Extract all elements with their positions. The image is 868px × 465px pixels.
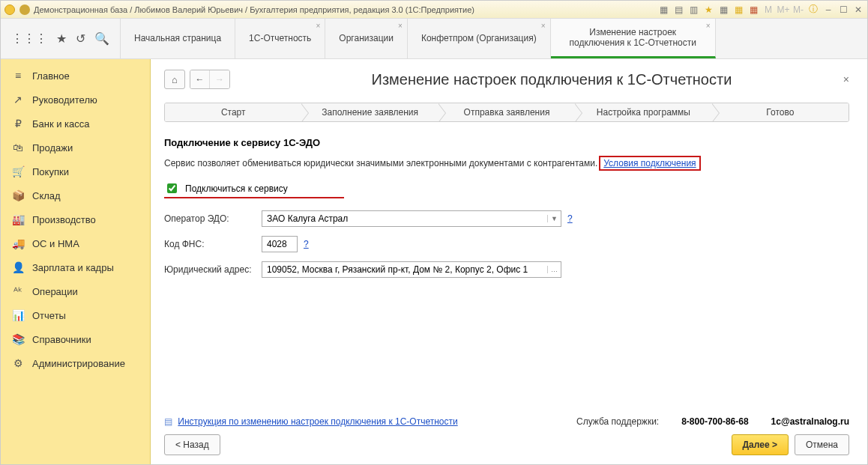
calculator-icon[interactable]: ▦ — [732, 4, 744, 16]
support-label: Служба поддержки: — [576, 416, 659, 427]
page-close-icon[interactable]: × — [843, 73, 849, 85]
connect-checkbox[interactable] — [167, 183, 177, 193]
m-minus-icon[interactable]: M- — [792, 4, 804, 16]
calendar-icon[interactable]: ▦ — [747, 4, 759, 16]
sidebar-item-production[interactable]: 🏭Производство — [1, 207, 150, 231]
sidebar-item-main[interactable]: ≡Главное — [1, 64, 150, 88]
wiz-step-done[interactable]: Готово — [712, 103, 849, 121]
support-phone: 8-800-700-86-68 — [681, 416, 748, 427]
minimize-icon[interactable]: – — [822, 4, 834, 16]
search-icon[interactable]: 🔍 — [94, 31, 109, 46]
help-link[interactable]: ? — [567, 213, 573, 224]
document-icon: ▤ — [164, 416, 172, 427]
address-input[interactable] — [262, 262, 547, 277]
tab-home[interactable]: Начальная страница — [121, 19, 235, 58]
sidebar-item-label: Склад — [32, 190, 61, 201]
sidebar-item-label: Руководителю — [32, 94, 97, 106]
maximize-icon[interactable]: ☐ — [837, 4, 849, 16]
sidebar-item-label: Продажи — [32, 142, 73, 154]
sidebar-item-label: Зарплата и кадры — [32, 262, 114, 273]
wiz-step-send[interactable]: Отправка заявления — [438, 103, 575, 121]
wizard-steps: Старт Заполнение заявления Отправка заяв… — [164, 103, 849, 122]
terms-link-highlight: Условия подключения — [599, 156, 700, 171]
instruction-link[interactable]: Инструкция по изменению настроек подключ… — [178, 416, 457, 427]
next-button[interactable]: Далее > — [732, 434, 789, 455]
dropdown-icon[interactable] — [19, 4, 31, 16]
bag-icon: 🛍 — [11, 142, 25, 154]
person-icon: 👤 — [11, 261, 25, 273]
section-title: Подключение к сервису 1С-ЭДО — [164, 137, 849, 148]
chart-icon: ↗ — [11, 94, 25, 106]
nav-back-forward: ← → — [190, 70, 230, 89]
tb-tool-icon[interactable]: ▦ — [657, 4, 669, 16]
sidebar-item-operations[interactable]: ᴬᵏОперации — [1, 279, 150, 303]
wiz-step-start[interactable]: Старт — [165, 103, 301, 121]
sidebar-item-assets[interactable]: 🚚ОС и НМА — [1, 231, 150, 255]
fns-input-wrap — [262, 236, 298, 252]
back-button[interactable]: < Назад — [164, 434, 220, 455]
sidebar-item-purchases[interactable]: 🛒Покупки — [1, 159, 150, 183]
address-combo[interactable]: … — [262, 261, 561, 278]
tab-organizations[interactable]: Организации× — [325, 19, 408, 58]
star-icon[interactable]: ★ — [56, 31, 67, 46]
sidebar-item-refs[interactable]: 📚Справочники — [1, 327, 150, 351]
sidebar-item-admin[interactable]: ⚙Администрирование — [1, 351, 150, 375]
ruble-icon: ₽ — [11, 118, 25, 130]
truck-icon: 🚚 — [11, 237, 25, 249]
apps-icon[interactable]: ⋮⋮⋮ — [11, 31, 47, 46]
tb-tool-icon[interactable]: ▥ — [687, 4, 699, 16]
highlight-underline — [164, 197, 344, 198]
sidebar-item-label: Администрирование — [32, 358, 125, 369]
tab-reporting[interactable]: 1С-Отчетность× — [235, 19, 325, 58]
close-icon[interactable]: ✕ — [852, 4, 864, 16]
titlebar: Демонстрационная база / Любимов Валерий … — [1, 1, 867, 19]
fns-input[interactable] — [262, 237, 295, 252]
tab-close-icon[interactable]: × — [316, 22, 321, 31]
terms-link[interactable]: Условия подключения — [603, 158, 696, 168]
books-icon: 📚 — [11, 333, 25, 345]
m-plus-icon[interactable]: M+ — [777, 4, 789, 16]
home-button[interactable]: ⌂ — [164, 70, 185, 89]
sidebar-item-manager[interactable]: ↗Руководителю — [1, 88, 150, 112]
operator-input[interactable] — [262, 211, 547, 226]
wiz-step-setup[interactable]: Настройка программы — [575, 103, 711, 121]
app-icon-1c — [4, 4, 16, 16]
sidebar-item-reports[interactable]: 📊Отчеты — [1, 303, 150, 327]
cancel-button[interactable]: Отмена — [795, 434, 849, 455]
nav-forward-button[interactable]: → — [210, 70, 229, 88]
tab-connection-settings[interactable]: Изменение настроек подключения к 1С-Отче… — [551, 19, 716, 58]
sidebar-item-label: Производство — [32, 214, 96, 225]
sidebar-item-bank[interactable]: ₽Банк и касса — [1, 112, 150, 136]
tab-konfetprom[interactable]: Конфетпром (Организация)× — [408, 19, 551, 58]
box-icon: 📦 — [11, 189, 25, 201]
sidebar-item-warehouse[interactable]: 📦Склад — [1, 183, 150, 207]
address-label: Юридический адрес: — [164, 264, 262, 275]
favorite-icon[interactable]: ★ — [702, 4, 714, 16]
sidebar: ≡Главное ↗Руководителю ₽Банк и касса 🛍Пр… — [1, 59, 151, 465]
titlebar-text: Демонстрационная база / Любимов Валерий … — [34, 5, 474, 14]
tab-close-icon[interactable]: × — [706, 22, 711, 31]
sidebar-item-label: Главное — [32, 70, 70, 82]
sidebar-item-label: Покупки — [32, 166, 69, 177]
operator-combo[interactable]: ▼ — [262, 210, 561, 227]
help-link[interactable]: ? — [304, 239, 309, 249]
sidebar-item-salary[interactable]: 👤Зарплата и кадры — [1, 255, 150, 279]
chevron-down-icon[interactable]: ▼ — [547, 215, 561, 222]
sidebar-item-label: ОС и НМА — [32, 238, 79, 249]
m-icon[interactable]: M — [762, 4, 774, 16]
ellipsis-icon[interactable]: … — [547, 266, 561, 273]
support-email: 1c@astralnalog.ru — [771, 416, 849, 427]
wiz-step-fill[interactable]: Заполнение заявления — [301, 103, 438, 121]
gear-icon: ⚙ — [11, 357, 25, 369]
tb-tool-icon[interactable]: ▦ — [717, 4, 729, 16]
nav-back-button[interactable]: ← — [190, 70, 210, 88]
info-icon[interactable]: ⓘ — [807, 4, 819, 16]
history-icon[interactable]: ↺ — [76, 31, 85, 46]
tab-close-icon[interactable]: × — [541, 22, 546, 31]
tab-close-icon[interactable]: × — [398, 22, 403, 31]
operator-label: Оператор ЭДО: — [164, 213, 262, 224]
sidebar-item-label: Справочники — [32, 334, 91, 345]
tb-tool-icon[interactable]: ▤ — [672, 4, 684, 16]
sidebar-item-sales[interactable]: 🛍Продажи — [1, 136, 150, 159]
content: ⌂ ← → Изменение настроек подключения к 1… — [151, 59, 867, 465]
